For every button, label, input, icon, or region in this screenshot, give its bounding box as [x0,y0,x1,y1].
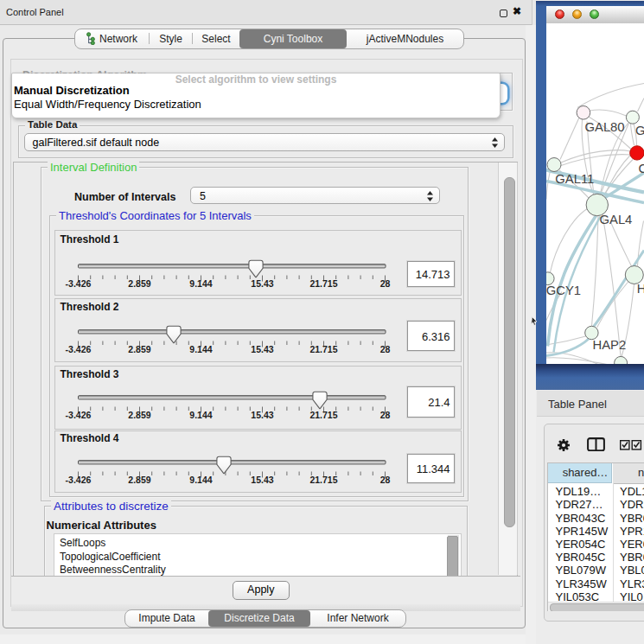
svg-text:15.43: 15.43 [251,410,273,420]
svg-text:9.144: 9.144 [189,474,212,484]
svg-text:-3.426: -3.426 [66,278,92,289]
svg-text:GA: GA [635,124,644,137]
svg-text:GAL80: GAL80 [585,119,625,133]
svg-text:2.859: 2.859 [128,343,150,354]
svg-text:21.715: 21.715 [309,278,337,289]
svg-text:2.859: 2.859 [128,278,150,289]
svg-text:9.144: 9.144 [189,410,212,420]
svg-text:9.144: 9.144 [189,343,212,354]
svg-text:28: 28 [380,278,391,289]
svg-text:-3.426: -3.426 [66,343,92,354]
svg-text:28: 28 [380,410,391,420]
svg-text:9.144: 9.144 [189,278,212,289]
svg-text:15.43: 15.43 [251,343,273,354]
svg-text:HAP2: HAP2 [593,337,627,351]
svg-text:21.715: 21.715 [309,410,337,420]
svg-text:-3.426: -3.426 [66,410,92,420]
svg-text:-3.426: -3.426 [66,474,92,484]
svg-text:GCY1: GCY1 [546,284,581,297]
svg-text:2.859: 2.859 [128,410,150,420]
svg-text:15.43: 15.43 [251,474,273,484]
svg-text:21.715: 21.715 [309,343,337,354]
svg-text:H: H [637,282,644,296]
svg-text:28: 28 [380,343,391,354]
svg-text:15.43: 15.43 [251,278,273,289]
svg-text:GAL11: GAL11 [555,171,594,185]
svg-text:GAL4: GAL4 [600,213,633,226]
svg-text:2.859: 2.859 [128,474,150,484]
svg-text:21.715: 21.715 [309,474,337,484]
svg-text:C: C [639,162,644,175]
svg-text:28: 28 [380,474,391,484]
